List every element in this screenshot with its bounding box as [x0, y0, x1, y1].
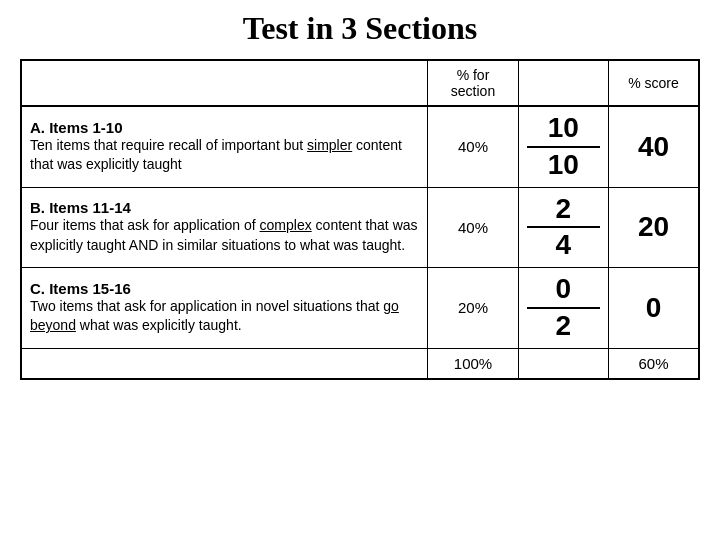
total-score: 60%: [609, 348, 699, 379]
section-title: A. Items 1-10: [30, 119, 419, 136]
section-fraction: 24: [518, 187, 608, 268]
fraction-denominator: 10: [548, 148, 579, 181]
table-row: B. Items 11-14Four items that ask for ap…: [21, 187, 699, 268]
section-pct: 40%: [428, 187, 518, 268]
section-description: Two items that ask for application in no…: [30, 297, 419, 336]
header-score-cell: % score: [609, 60, 699, 106]
section-title: C. Items 15-16: [30, 280, 419, 297]
underline-text: complex: [260, 217, 312, 233]
total-desc: [21, 348, 428, 379]
fraction-numerator: 10: [527, 113, 600, 148]
section-score: 0: [609, 268, 699, 349]
main-table: % for section % score A. Items 1-10Ten i…: [20, 59, 700, 380]
section-fraction: 02: [518, 268, 608, 349]
section-desc-cell: A. Items 1-10Ten items that require reca…: [21, 106, 428, 187]
section-description: Ten items that require recall of importa…: [30, 136, 419, 175]
total-pct: 100%: [428, 348, 518, 379]
header-pct-cell: % for section: [428, 60, 518, 106]
header-desc-cell: [21, 60, 428, 106]
section-fraction: 1010: [518, 106, 608, 187]
section-desc-cell: C. Items 15-16Two items that ask for app…: [21, 268, 428, 349]
total-fraction: [518, 348, 608, 379]
section-title: B. Items 11-14: [30, 199, 419, 216]
total-row: 100%60%: [21, 348, 699, 379]
section-pct: 20%: [428, 268, 518, 349]
fraction-numerator: 2: [527, 194, 600, 229]
section-desc-cell: B. Items 11-14Four items that ask for ap…: [21, 187, 428, 268]
section-pct: 40%: [428, 106, 518, 187]
fraction-denominator: 4: [556, 228, 572, 261]
section-description: Four items that ask for application of c…: [30, 216, 419, 255]
fraction-denominator: 2: [556, 309, 572, 342]
header-fraction-cell: [518, 60, 608, 106]
table-header-row: % for section % score: [21, 60, 699, 106]
table-row: A. Items 1-10Ten items that require reca…: [21, 106, 699, 187]
fraction-numerator: 0: [527, 274, 600, 309]
section-score: 20: [609, 187, 699, 268]
table-row: C. Items 15-16Two items that ask for app…: [21, 268, 699, 349]
underline-text: simpler: [307, 137, 352, 153]
page-title: Test in 3 Sections: [243, 10, 477, 47]
section-score: 40: [609, 106, 699, 187]
